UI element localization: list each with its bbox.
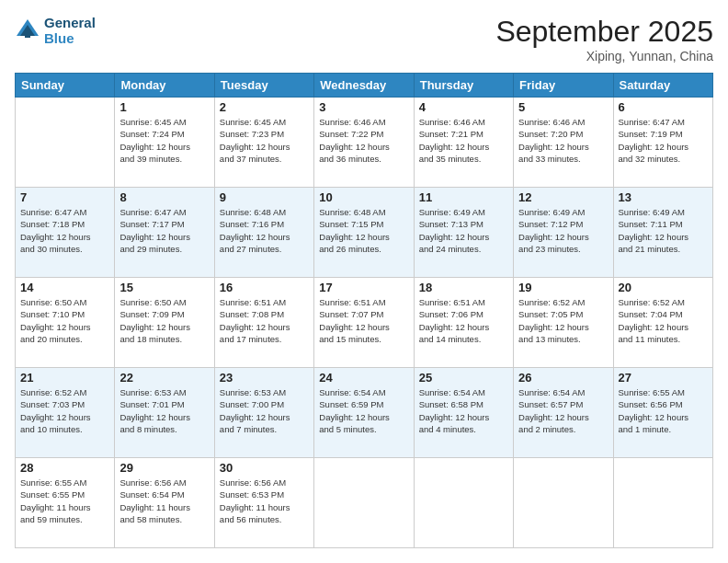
day-detail: Sunrise: 6:54 AM Sunset: 6:59 PM Dayligh… xyxy=(319,386,408,435)
calendar-cell: 26Sunrise: 6:54 AM Sunset: 6:57 PM Dayli… xyxy=(514,368,613,458)
day-number: 7 xyxy=(20,190,109,204)
calendar-cell: 22Sunrise: 6:53 AM Sunset: 7:01 PM Dayli… xyxy=(115,368,214,458)
calendar-cell: 10Sunrise: 6:48 AM Sunset: 7:15 PM Dayli… xyxy=(314,188,414,278)
day-detail: Sunrise: 6:56 AM Sunset: 6:53 PM Dayligh… xyxy=(220,477,309,525)
calendar-cell: 30Sunrise: 6:56 AM Sunset: 6:53 PM Dayli… xyxy=(214,458,313,548)
calendar-header-row: SundayMondayTuesdayWednesdayThursdayFrid… xyxy=(16,74,713,98)
day-number: 30 xyxy=(220,461,309,475)
calendar-cell: 21Sunrise: 6:52 AM Sunset: 7:03 PM Dayli… xyxy=(16,368,115,458)
day-number: 19 xyxy=(518,281,608,294)
day-detail: Sunrise: 6:52 AM Sunset: 7:05 PM Dayligh… xyxy=(518,296,608,345)
calendar-cell: 18Sunrise: 6:51 AM Sunset: 7:06 PM Dayli… xyxy=(414,278,513,368)
day-detail: Sunrise: 6:47 AM Sunset: 7:19 PM Dayligh… xyxy=(619,116,708,165)
calendar-cell: 13Sunrise: 6:49 AM Sunset: 7:11 PM Dayli… xyxy=(613,188,712,278)
day-number: 20 xyxy=(619,281,708,294)
calendar: SundayMondayTuesdayWednesdayThursdayFrid… xyxy=(15,73,713,548)
calendar-week-1: 1Sunrise: 6:45 AM Sunset: 7:24 PM Daylig… xyxy=(16,98,713,188)
day-number: 27 xyxy=(619,371,708,385)
day-number: 4 xyxy=(419,100,508,114)
day-number: 26 xyxy=(518,371,608,385)
calendar-cell: 17Sunrise: 6:51 AM Sunset: 7:07 PM Dayli… xyxy=(314,278,414,368)
header: General Blue September 2025 Xiping, Yunn… xyxy=(15,15,713,63)
calendar-cell: 19Sunrise: 6:52 AM Sunset: 7:05 PM Dayli… xyxy=(514,278,613,368)
day-detail: Sunrise: 6:55 AM Sunset: 6:55 PM Dayligh… xyxy=(20,477,109,525)
calendar-cell xyxy=(16,98,115,188)
logo-icon xyxy=(15,17,40,43)
calendar-cell: 7Sunrise: 6:47 AM Sunset: 7:18 PM Daylig… xyxy=(16,188,115,278)
page: General Blue September 2025 Xiping, Yunn… xyxy=(0,0,728,563)
calendar-cell: 15Sunrise: 6:50 AM Sunset: 7:09 PM Dayli… xyxy=(115,278,214,368)
title-block: September 2025 Xiping, Yunnan, China xyxy=(495,15,713,63)
day-number: 2 xyxy=(220,100,309,114)
calendar-cell: 3Sunrise: 6:46 AM Sunset: 7:22 PM Daylig… xyxy=(314,98,414,188)
day-detail: Sunrise: 6:48 AM Sunset: 7:15 PM Dayligh… xyxy=(319,206,408,255)
calendar-cell xyxy=(514,458,613,548)
calendar-week-2: 7Sunrise: 6:47 AM Sunset: 7:18 PM Daylig… xyxy=(16,188,713,278)
day-number: 1 xyxy=(119,100,209,114)
day-detail: Sunrise: 6:49 AM Sunset: 7:11 PM Dayligh… xyxy=(619,206,708,255)
day-detail: Sunrise: 6:54 AM Sunset: 6:57 PM Dayligh… xyxy=(518,386,608,435)
day-number: 12 xyxy=(518,190,608,204)
day-number: 6 xyxy=(619,100,708,114)
calendar-cell: 16Sunrise: 6:51 AM Sunset: 7:08 PM Dayli… xyxy=(214,278,313,368)
day-detail: Sunrise: 6:52 AM Sunset: 7:03 PM Dayligh… xyxy=(20,386,109,435)
day-detail: Sunrise: 6:49 AM Sunset: 7:13 PM Dayligh… xyxy=(419,206,508,255)
calendar-header-wednesday: Wednesday xyxy=(314,74,414,98)
calendar-cell: 23Sunrise: 6:53 AM Sunset: 7:00 PM Dayli… xyxy=(214,368,313,458)
calendar-cell: 14Sunrise: 6:50 AM Sunset: 7:10 PM Dayli… xyxy=(16,278,115,368)
day-number: 28 xyxy=(20,461,109,475)
day-detail: Sunrise: 6:47 AM Sunset: 7:17 PM Dayligh… xyxy=(119,206,209,255)
day-number: 24 xyxy=(319,371,408,385)
day-number: 18 xyxy=(419,281,508,294)
day-detail: Sunrise: 6:54 AM Sunset: 6:58 PM Dayligh… xyxy=(419,386,508,435)
day-detail: Sunrise: 6:55 AM Sunset: 6:56 PM Dayligh… xyxy=(619,386,708,435)
day-number: 16 xyxy=(220,281,309,294)
day-detail: Sunrise: 6:46 AM Sunset: 7:21 PM Dayligh… xyxy=(419,116,508,165)
day-number: 15 xyxy=(119,281,209,294)
day-number: 25 xyxy=(419,371,508,385)
calendar-cell: 1Sunrise: 6:45 AM Sunset: 7:24 PM Daylig… xyxy=(115,98,214,188)
day-detail: Sunrise: 6:45 AM Sunset: 7:23 PM Dayligh… xyxy=(220,116,309,165)
day-detail: Sunrise: 6:48 AM Sunset: 7:16 PM Dayligh… xyxy=(220,206,309,255)
day-detail: Sunrise: 6:46 AM Sunset: 7:20 PM Dayligh… xyxy=(518,116,608,165)
day-detail: Sunrise: 6:50 AM Sunset: 7:09 PM Dayligh… xyxy=(119,296,209,345)
calendar-cell: 28Sunrise: 6:55 AM Sunset: 6:55 PM Dayli… xyxy=(16,458,115,548)
calendar-cell: 24Sunrise: 6:54 AM Sunset: 6:59 PM Dayli… xyxy=(314,368,414,458)
day-detail: Sunrise: 6:53 AM Sunset: 7:00 PM Dayligh… xyxy=(220,386,309,435)
logo-text: General Blue xyxy=(44,15,96,46)
day-detail: Sunrise: 6:45 AM Sunset: 7:24 PM Dayligh… xyxy=(119,116,209,165)
day-number: 5 xyxy=(518,100,608,114)
day-number: 23 xyxy=(220,371,309,385)
calendar-cell: 8Sunrise: 6:47 AM Sunset: 7:17 PM Daylig… xyxy=(115,188,214,278)
day-number: 3 xyxy=(319,100,408,114)
day-number: 11 xyxy=(419,190,508,204)
calendar-cell: 25Sunrise: 6:54 AM Sunset: 6:58 PM Dayli… xyxy=(414,368,513,458)
svg-rect-2 xyxy=(25,32,30,38)
calendar-cell xyxy=(314,458,414,548)
day-number: 9 xyxy=(220,190,309,204)
day-detail: Sunrise: 6:51 AM Sunset: 7:07 PM Dayligh… xyxy=(319,296,408,345)
day-number: 8 xyxy=(119,190,209,204)
calendar-cell: 29Sunrise: 6:56 AM Sunset: 6:54 PM Dayli… xyxy=(115,458,214,548)
calendar-cell: 6Sunrise: 6:47 AM Sunset: 7:19 PM Daylig… xyxy=(613,98,712,188)
day-number: 17 xyxy=(319,281,408,294)
calendar-cell: 11Sunrise: 6:49 AM Sunset: 7:13 PM Dayli… xyxy=(414,188,513,278)
day-number: 22 xyxy=(119,371,209,385)
logo: General Blue xyxy=(15,15,96,46)
calendar-week-3: 14Sunrise: 6:50 AM Sunset: 7:10 PM Dayli… xyxy=(16,278,713,368)
day-detail: Sunrise: 6:50 AM Sunset: 7:10 PM Dayligh… xyxy=(20,296,109,345)
day-detail: Sunrise: 6:46 AM Sunset: 7:22 PM Dayligh… xyxy=(319,116,408,165)
day-detail: Sunrise: 6:47 AM Sunset: 7:18 PM Dayligh… xyxy=(20,206,109,255)
calendar-week-4: 21Sunrise: 6:52 AM Sunset: 7:03 PM Dayli… xyxy=(16,368,713,458)
calendar-cell xyxy=(414,458,513,548)
calendar-cell: 5Sunrise: 6:46 AM Sunset: 7:20 PM Daylig… xyxy=(514,98,613,188)
calendar-header-tuesday: Tuesday xyxy=(214,74,313,98)
day-detail: Sunrise: 6:56 AM Sunset: 6:54 PM Dayligh… xyxy=(119,477,209,525)
day-detail: Sunrise: 6:53 AM Sunset: 7:01 PM Dayligh… xyxy=(119,386,209,435)
day-number: 29 xyxy=(119,461,209,475)
calendar-cell: 2Sunrise: 6:45 AM Sunset: 7:23 PM Daylig… xyxy=(214,98,313,188)
calendar-header-saturday: Saturday xyxy=(613,74,712,98)
calendar-cell: 4Sunrise: 6:46 AM Sunset: 7:21 PM Daylig… xyxy=(414,98,513,188)
month-title: September 2025 xyxy=(495,15,713,49)
day-detail: Sunrise: 6:51 AM Sunset: 7:08 PM Dayligh… xyxy=(220,296,309,345)
